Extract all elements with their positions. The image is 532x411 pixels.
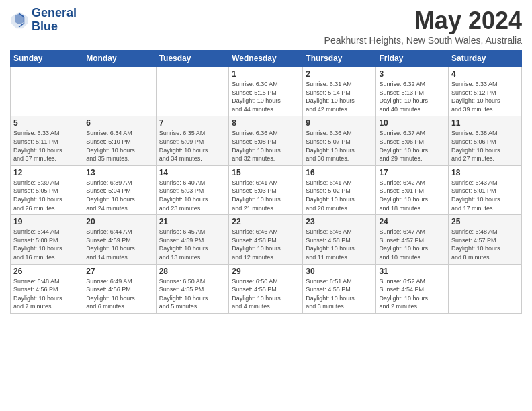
day-number: 26 [13, 267, 80, 276]
table-row: 23Sunrise: 6:46 AMSunset: 4:58 PMDayligh… [303, 215, 376, 264]
day-info: Sunrise: 6:33 AMSunset: 5:11 PMDaylight:… [13, 129, 80, 163]
table-row [11, 67, 83, 116]
table-row: 6Sunrise: 6:34 AMSunset: 5:10 PMDaylight… [83, 116, 156, 165]
day-info: Sunrise: 6:44 AMSunset: 4:59 PMDaylight:… [86, 228, 152, 261]
table-row: 19Sunrise: 6:44 AMSunset: 5:00 PMDayligh… [11, 215, 83, 264]
table-row: 5Sunrise: 6:33 AMSunset: 5:11 PMDaylight… [11, 116, 83, 165]
logo-text: General Blue [32, 7, 77, 34]
calendar-week-row: 12Sunrise: 6:39 AMSunset: 5:05 PMDayligh… [11, 165, 522, 214]
day-info: Sunrise: 6:35 AMSunset: 5:09 PMDaylight:… [159, 129, 226, 163]
table-row: 22Sunrise: 6:46 AMSunset: 4:58 PMDayligh… [229, 215, 303, 264]
day-info: Sunrise: 6:36 AMSunset: 5:07 PMDaylight:… [306, 129, 373, 163]
day-number: 5 [13, 118, 80, 128]
table-row: 30Sunrise: 6:51 AMSunset: 4:55 PMDayligh… [303, 264, 376, 313]
logo-line1: General [32, 7, 77, 20]
table-row: 10Sunrise: 6:37 AMSunset: 5:06 PMDayligh… [376, 116, 449, 165]
day-number: 16 [306, 168, 373, 177]
table-row: 9Sunrise: 6:36 AMSunset: 5:07 PMDaylight… [303, 116, 376, 165]
day-info: Sunrise: 6:46 AMSunset: 4:58 PMDaylight:… [306, 228, 373, 261]
day-info: Sunrise: 6:46 AMSunset: 4:58 PMDaylight:… [232, 228, 300, 261]
day-number: 23 [306, 217, 373, 226]
day-number: 19 [13, 217, 80, 226]
day-info: Sunrise: 6:42 AMSunset: 5:01 PMDaylight:… [379, 179, 445, 212]
day-info: Sunrise: 6:44 AMSunset: 5:00 PMDaylight:… [13, 228, 80, 261]
table-row: 12Sunrise: 6:39 AMSunset: 5:05 PMDayligh… [11, 165, 83, 214]
day-info: Sunrise: 6:45 AMSunset: 4:59 PMDaylight:… [159, 228, 226, 261]
calendar-table: Sunday Monday Tuesday Wednesday Thursday… [10, 50, 522, 314]
table-row: 1Sunrise: 6:30 AMSunset: 5:15 PMDaylight… [229, 67, 303, 116]
day-info: Sunrise: 6:48 AMSunset: 4:56 PMDaylight:… [13, 277, 80, 311]
day-number: 1 [232, 69, 300, 79]
table-row: 15Sunrise: 6:41 AMSunset: 5:03 PMDayligh… [229, 165, 303, 214]
table-row: 17Sunrise: 6:42 AMSunset: 5:01 PMDayligh… [376, 165, 449, 214]
day-number: 13 [86, 168, 152, 177]
table-row: 4Sunrise: 6:33 AMSunset: 5:12 PMDaylight… [449, 67, 522, 116]
calendar-week-row: 5Sunrise: 6:33 AMSunset: 5:11 PMDaylight… [11, 116, 522, 165]
table-row: 13Sunrise: 6:39 AMSunset: 5:04 PMDayligh… [83, 165, 156, 214]
col-saturday: Saturday [449, 50, 522, 67]
day-number: 31 [379, 267, 445, 276]
location-subtitle: Peakhurst Heights, New South Wales, Aust… [324, 35, 522, 46]
calendar-week-row: 19Sunrise: 6:44 AMSunset: 5:00 PMDayligh… [11, 215, 522, 264]
col-friday: Friday [376, 50, 449, 67]
table-row [156, 67, 229, 116]
table-row: 11Sunrise: 6:38 AMSunset: 5:06 PMDayligh… [449, 116, 522, 165]
day-info: Sunrise: 6:41 AMSunset: 5:03 PMDaylight:… [232, 179, 300, 212]
day-info: Sunrise: 6:43 AMSunset: 5:01 PMDaylight:… [451, 179, 519, 212]
table-row: 20Sunrise: 6:44 AMSunset: 4:59 PMDayligh… [83, 215, 156, 264]
calendar-week-row: 26Sunrise: 6:48 AMSunset: 4:56 PMDayligh… [11, 264, 522, 313]
day-number: 7 [159, 118, 226, 128]
day-info: Sunrise: 6:34 AMSunset: 5:10 PMDaylight:… [86, 129, 152, 163]
table-row: 14Sunrise: 6:40 AMSunset: 5:03 PMDayligh… [156, 165, 229, 214]
calendar-header-row: Sunday Monday Tuesday Wednesday Thursday… [11, 50, 522, 67]
day-info: Sunrise: 6:47 AMSunset: 4:57 PMDaylight:… [379, 228, 445, 261]
day-number: 8 [232, 118, 300, 128]
day-info: Sunrise: 6:50 AMSunset: 4:55 PMDaylight:… [232, 277, 300, 311]
month-title: May 2024 [324, 7, 522, 35]
table-row: 31Sunrise: 6:52 AMSunset: 4:54 PMDayligh… [376, 264, 449, 313]
day-info: Sunrise: 6:36 AMSunset: 5:08 PMDaylight:… [232, 129, 300, 163]
day-info: Sunrise: 6:39 AMSunset: 5:05 PMDaylight:… [13, 179, 80, 212]
day-number: 17 [379, 168, 445, 177]
day-info: Sunrise: 6:33 AMSunset: 5:12 PMDaylight:… [451, 80, 519, 113]
table-row: 2Sunrise: 6:31 AMSunset: 5:14 PMDaylight… [303, 67, 376, 116]
calendar-week-row: 1Sunrise: 6:30 AMSunset: 5:15 PMDaylight… [11, 67, 522, 116]
logo-line2: Blue [32, 20, 77, 34]
day-number: 20 [86, 217, 152, 226]
day-info: Sunrise: 6:39 AMSunset: 5:04 PMDaylight:… [86, 179, 152, 212]
day-number: 25 [451, 217, 519, 226]
col-sunday: Sunday [11, 50, 83, 67]
logo: General Blue [10, 7, 77, 34]
day-number: 22 [232, 217, 300, 226]
day-info: Sunrise: 6:52 AMSunset: 4:54 PMDaylight:… [379, 277, 445, 311]
day-number: 14 [159, 168, 226, 177]
table-row: 25Sunrise: 6:48 AMSunset: 4:57 PMDayligh… [449, 215, 522, 264]
day-info: Sunrise: 6:41 AMSunset: 5:02 PMDaylight:… [306, 179, 373, 212]
day-info: Sunrise: 6:32 AMSunset: 5:13 PMDaylight:… [379, 80, 445, 113]
title-block: May 2024 Peakhurst Heights, New South Wa… [324, 7, 522, 46]
table-row [449, 264, 522, 313]
col-thursday: Thursday [303, 50, 376, 67]
day-info: Sunrise: 6:37 AMSunset: 5:06 PMDaylight:… [379, 129, 445, 163]
page-header: General Blue May 2024 Peakhurst Heights,… [10, 7, 522, 46]
day-info: Sunrise: 6:38 AMSunset: 5:06 PMDaylight:… [451, 129, 519, 163]
table-row: 7Sunrise: 6:35 AMSunset: 5:09 PMDaylight… [156, 116, 229, 165]
table-row: 21Sunrise: 6:45 AMSunset: 4:59 PMDayligh… [156, 215, 229, 264]
col-monday: Monday [83, 50, 156, 67]
day-number: 4 [451, 69, 519, 79]
col-wednesday: Wednesday [229, 50, 303, 67]
table-row: 16Sunrise: 6:41 AMSunset: 5:02 PMDayligh… [303, 165, 376, 214]
table-row: 28Sunrise: 6:50 AMSunset: 4:55 PMDayligh… [156, 264, 229, 313]
table-row: 29Sunrise: 6:50 AMSunset: 4:55 PMDayligh… [229, 264, 303, 313]
day-number: 10 [379, 118, 445, 128]
day-number: 27 [86, 267, 152, 276]
day-number: 6 [86, 118, 152, 128]
day-info: Sunrise: 6:51 AMSunset: 4:55 PMDaylight:… [306, 277, 373, 311]
day-info: Sunrise: 6:31 AMSunset: 5:14 PMDaylight:… [306, 80, 373, 113]
day-number: 29 [232, 267, 300, 276]
day-number: 3 [379, 69, 445, 79]
day-info: Sunrise: 6:30 AMSunset: 5:15 PMDaylight:… [232, 80, 300, 113]
day-number: 12 [13, 168, 80, 177]
day-number: 30 [306, 267, 373, 276]
col-tuesday: Tuesday [156, 50, 229, 67]
